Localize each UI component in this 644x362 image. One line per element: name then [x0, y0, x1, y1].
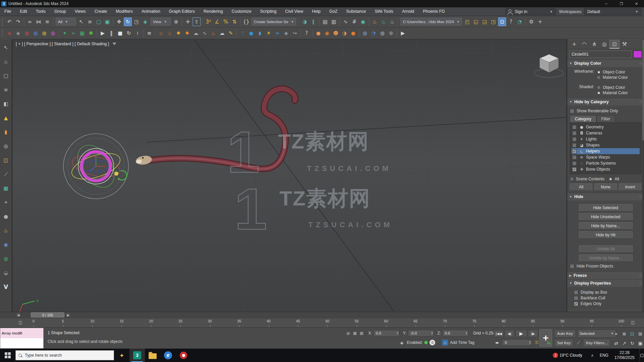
slider-next-button[interactable]: ▶ [66, 313, 70, 317]
angle-snap-toggle-icon[interactable]: ∠ [213, 17, 221, 26]
schematic-view-icon[interactable]: # [350, 17, 358, 26]
category-row-space-warps[interactable]: ≋Space Warps [572, 154, 640, 160]
left-teapot-icon[interactable]: ♨ [2, 57, 10, 66]
phoenix-brush-icon[interactable]: ✎ [227, 29, 235, 38]
play-arrow-icon[interactable]: ▶ [399, 29, 407, 38]
sini-logo-icon[interactable]: V [2, 283, 10, 291]
current-frame-field[interactable]: 0▲▼ [502, 339, 532, 346]
unlink-selection-icon[interactable]: ⋈ [35, 17, 43, 26]
render-setup-icon[interactable]: ♨ [371, 17, 379, 26]
forest-tools-icon[interactable]: ➢ [69, 29, 77, 38]
forest-pack-icon[interactable]: ✦ [61, 29, 69, 38]
edit-named-selection-sets-icon[interactable]: {} [242, 17, 250, 26]
menu-help[interactable]: Help [308, 7, 325, 16]
default-tangents-icon[interactable]: ⟋ [575, 340, 582, 346]
viewport-label[interactable]: [ + ] [ Perspective ] [ Standard ] [ Def… [16, 42, 116, 46]
vray-quarter-icon[interactable]: ◔ [370, 29, 378, 38]
menu-rendering[interactable]: Rendering [199, 7, 227, 16]
left-cube-icon[interactable]: ◧ [2, 100, 10, 108]
clock-icon[interactable]: ◔ [516, 17, 524, 26]
left-dark-icon[interactable]: ◒ [2, 268, 10, 277]
phoenix-sun-icon[interactable]: ☀ [265, 29, 273, 38]
backface-cull-checkbox[interactable]: Backface Cull [574, 296, 641, 300]
taskbar-edge-icon[interactable]: e [160, 349, 176, 362]
menu-sini-tools[interactable]: SiNi Tools [370, 7, 397, 16]
object-name-field[interactable]: Circle001 [569, 51, 632, 58]
globe-icon[interactable]: ⊛ [387, 29, 395, 38]
tab-utilities[interactable]: ⚒ [620, 40, 630, 49]
select-by-name-icon[interactable]: ≡ [86, 17, 94, 26]
close-button[interactable]: ✕ [629, 0, 644, 7]
notification-badge[interactable]: 2 [553, 353, 558, 358]
menu-civil-view[interactable]: Civil View [281, 7, 308, 16]
checkbox-icon[interactable] [572, 125, 577, 129]
menu-customize[interactable]: Customize [227, 7, 256, 16]
auto-key-button[interactable]: Auto Key [554, 329, 576, 338]
taskbar-record-icon[interactable] [176, 349, 191, 362]
phoenix-fire-preset-icon[interactable]: ♨ [166, 29, 174, 38]
select-and-rotate-icon[interactable]: ↻ [124, 17, 132, 26]
phoenix-cloud-icon[interactable]: ☁ [218, 29, 226, 38]
toggle-scene-explorer-icon[interactable]: ▤ [321, 17, 329, 26]
phoenix-fire-icon[interactable]: ♨ [157, 29, 165, 38]
category-row-shapes[interactable]: ◪Shapes [572, 142, 640, 148]
left-star-icon[interactable]: ✦ [2, 198, 10, 207]
render-production-icon[interactable]: ♨ [388, 17, 396, 26]
menu-animation[interactable]: Animation [137, 7, 165, 16]
phoenix-follow-icon[interactable]: ↪ [291, 29, 299, 38]
render-frame-monitor-icon[interactable]: ⊡ [498, 17, 506, 26]
edges-only-checkbox[interactable]: ✓Edges Only [574, 301, 641, 306]
category-row-lights[interactable]: ☀Lights [572, 136, 640, 142]
arnold-faces-icon[interactable]: ☻ [332, 29, 340, 38]
toggle-layer-explorer-icon[interactable]: ▥ [330, 17, 338, 26]
all-button[interactable]: All [570, 183, 592, 191]
menu-group[interactable]: Group [50, 7, 70, 16]
add-toolbar-icon[interactable]: + [536, 17, 544, 26]
project-folder-dropdown[interactable]: C:\Users\farz...\3ds Max 2024▼ [400, 18, 462, 25]
render-preset-2-icon[interactable]: ◱ [472, 17, 480, 26]
left-pot-icon[interactable]: ♨ [2, 226, 10, 235]
sini-sculpt-icon[interactable]: ◈ [14, 29, 22, 38]
left-sphere-icon[interactable]: ● [2, 212, 10, 221]
checkbox-icon[interactable] [572, 161, 577, 166]
view-cube[interactable] [534, 54, 564, 77]
arnold-sphere-icon[interactable]: ◉ [323, 29, 331, 38]
add-time-tag[interactable]: Add Time Tag [450, 340, 474, 345]
redo-icon[interactable]: ↷ [14, 17, 22, 26]
use-pivot-point-center-icon[interactable]: ⊕ [172, 17, 180, 26]
enabled-count-badge[interactable]: 0 [429, 340, 435, 346]
toolbar-grip[interactable] [2, 18, 4, 26]
shaded-object-color-radio[interactable]: Object Color [597, 85, 641, 90]
checkbox-icon[interactable]: ✓ [572, 167, 577, 172]
tab-motion[interactable]: ◎ [599, 40, 609, 49]
tab-filter[interactable]: Filter [596, 115, 615, 122]
play-button[interactable]: ▶ [515, 330, 527, 337]
railclone-icon[interactable]: ▦ [78, 29, 86, 38]
menu-phoenix-fd[interactable]: Phoenix FD [419, 7, 449, 16]
curve-editor-icon[interactable]: ∿ [341, 17, 350, 26]
checkbox-icon[interactable] [572, 131, 577, 135]
phoenix-liquid-icon[interactable]: ∵ [238, 29, 247, 38]
zoom-all-icon[interactable]: ⊛ [621, 329, 628, 338]
named-selection-sets-dropdown[interactable]: Create Selection Se▼ [252, 18, 296, 25]
x-coordinate-field[interactable]: 0.0▲▼ [373, 330, 399, 337]
rollout-header-display-color[interactable]: ▼ Display Color ∷ [567, 60, 644, 67]
bind-to-space-warp-icon[interactable]: ≋ [43, 17, 51, 26]
vray-sphere-icon[interactable]: ◍ [361, 29, 369, 38]
rollout-header-freeze[interactable]: ▶ Freeze ∷ [567, 272, 644, 279]
left-list-icon[interactable]: ≡ [2, 85, 10, 94]
phoenix-droplet-icon[interactable]: ● [247, 29, 255, 38]
phoenix-gray-icon[interactable]: ◈ [282, 29, 290, 38]
scene-contents-radio[interactable] [570, 177, 574, 181]
previous-frame-button[interactable]: ◀| [504, 330, 515, 337]
hidden-icons-chevron[interactable]: ∧ [591, 353, 594, 358]
render-preset-1-icon[interactable]: ◰ [463, 17, 471, 26]
spinner-snap-toggle-icon[interactable]: ⇅ [230, 17, 238, 26]
zoom-extents-icon[interactable]: ⊡ [629, 329, 636, 338]
tab-create[interactable]: + [569, 40, 579, 49]
hide-unselected-button[interactable]: Hide Unselected [579, 213, 633, 221]
taskbar-3dsmax-icon[interactable]: 3 [129, 349, 145, 362]
spinner-icon[interactable]: ▲▼ [466, 331, 468, 335]
left-cone-icon[interactable]: ▲ [2, 114, 10, 122]
menu-substance[interactable]: Substance [342, 7, 370, 16]
